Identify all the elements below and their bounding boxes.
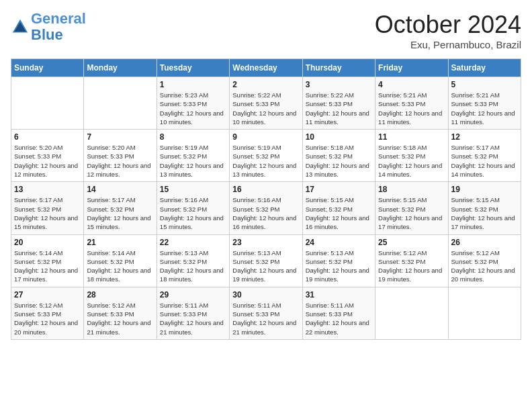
day-info: Sunrise: 5:15 AMSunset: 5:32 PMDaylight:… <box>451 195 518 231</box>
day-cell <box>448 287 521 339</box>
day-number: 31 <box>306 290 372 300</box>
day-info: Sunrise: 5:15 AMSunset: 5:32 PMDaylight:… <box>378 195 445 231</box>
day-info: Sunrise: 5:13 AMSunset: 5:32 PMDaylight:… <box>232 248 299 284</box>
week-row-3: 13Sunrise: 5:17 AMSunset: 5:32 PMDayligh… <box>11 182 521 234</box>
day-info: Sunrise: 5:19 AMSunset: 5:32 PMDaylight:… <box>160 143 226 179</box>
day-cell: 20Sunrise: 5:14 AMSunset: 5:32 PMDayligh… <box>11 234 84 287</box>
day-number: 23 <box>232 238 299 247</box>
day-info: Sunrise: 5:13 AMSunset: 5:32 PMDaylight:… <box>306 248 372 284</box>
day-info: Sunrise: 5:16 AMSunset: 5:32 PMDaylight:… <box>160 195 226 231</box>
day-cell: 19Sunrise: 5:15 AMSunset: 5:32 PMDayligh… <box>448 182 521 234</box>
day-number: 20 <box>14 238 81 247</box>
week-row-2: 6Sunrise: 5:20 AMSunset: 5:33 PMDaylight… <box>11 130 521 182</box>
day-info: Sunrise: 5:17 AMSunset: 5:32 PMDaylight:… <box>87 195 153 231</box>
day-number: 17 <box>306 185 372 194</box>
day-info: Sunrise: 5:17 AMSunset: 5:32 PMDaylight:… <box>451 143 518 179</box>
day-cell: 6Sunrise: 5:20 AMSunset: 5:33 PMDaylight… <box>11 130 84 182</box>
day-info: Sunrise: 5:12 AMSunset: 5:32 PMDaylight:… <box>378 248 445 284</box>
header-row: SundayMondayTuesdayWednesdayThursdayFrid… <box>11 59 521 77</box>
day-info: Sunrise: 5:11 AMSunset: 5:33 PMDaylight:… <box>160 301 226 336</box>
day-number: 5 <box>451 80 518 89</box>
day-cell: 30Sunrise: 5:11 AMSunset: 5:33 PMDayligh… <box>230 287 302 339</box>
day-cell: 14Sunrise: 5:17 AMSunset: 5:32 PMDayligh… <box>84 182 157 234</box>
day-cell: 3Sunrise: 5:22 AMSunset: 5:33 PMDaylight… <box>302 77 375 130</box>
day-number: 8 <box>160 132 226 142</box>
day-cell: 2Sunrise: 5:22 AMSunset: 5:33 PMDaylight… <box>230 77 302 130</box>
day-info: Sunrise: 5:14 AMSunset: 5:32 PMDaylight:… <box>14 248 81 284</box>
day-cell: 15Sunrise: 5:16 AMSunset: 5:32 PMDayligh… <box>157 182 229 234</box>
day-info: Sunrise: 5:18 AMSunset: 5:32 PMDaylight:… <box>378 143 445 179</box>
day-info: Sunrise: 5:14 AMSunset: 5:32 PMDaylight:… <box>87 248 153 284</box>
day-cell: 8Sunrise: 5:19 AMSunset: 5:32 PMDaylight… <box>157 130 229 182</box>
week-row-5: 27Sunrise: 5:12 AMSunset: 5:33 PMDayligh… <box>11 287 521 339</box>
day-number: 12 <box>451 132 518 142</box>
day-info: Sunrise: 5:13 AMSunset: 5:32 PMDaylight:… <box>160 248 226 284</box>
day-cell: 13Sunrise: 5:17 AMSunset: 5:32 PMDayligh… <box>11 182 84 234</box>
day-number: 4 <box>378 80 445 89</box>
day-info: Sunrise: 5:11 AMSunset: 5:33 PMDaylight:… <box>232 301 299 336</box>
location: Exu, Pernambuco, Brazil <box>375 39 521 50</box>
day-info: Sunrise: 5:17 AMSunset: 5:32 PMDaylight:… <box>14 195 81 231</box>
day-number: 30 <box>232 290 299 300</box>
day-cell: 11Sunrise: 5:18 AMSunset: 5:32 PMDayligh… <box>375 130 448 182</box>
day-cell: 22Sunrise: 5:13 AMSunset: 5:32 PMDayligh… <box>157 234 229 287</box>
day-info: Sunrise: 5:20 AMSunset: 5:33 PMDaylight:… <box>14 143 81 179</box>
day-header-wednesday: Wednesday <box>230 59 302 77</box>
day-info: Sunrise: 5:19 AMSunset: 5:32 PMDaylight:… <box>232 143 299 179</box>
day-info: Sunrise: 5:22 AMSunset: 5:33 PMDaylight:… <box>306 91 372 126</box>
day-info: Sunrise: 5:12 AMSunset: 5:33 PMDaylight:… <box>14 301 81 336</box>
day-info: Sunrise: 5:20 AMSunset: 5:33 PMDaylight:… <box>87 143 153 179</box>
day-header-friday: Friday <box>375 59 448 77</box>
day-number: 11 <box>378 132 445 142</box>
day-cell: 7Sunrise: 5:20 AMSunset: 5:33 PMDaylight… <box>84 130 157 182</box>
day-number: 29 <box>160 290 226 300</box>
day-cell: 28Sunrise: 5:12 AMSunset: 5:33 PMDayligh… <box>84 287 157 339</box>
title-block: October 2024 Exu, Pernambuco, Brazil <box>375 11 521 50</box>
day-header-tuesday: Tuesday <box>157 59 229 77</box>
day-header-monday: Monday <box>84 59 157 77</box>
day-cell: 9Sunrise: 5:19 AMSunset: 5:32 PMDaylight… <box>230 130 302 182</box>
day-cell: 27Sunrise: 5:12 AMSunset: 5:33 PMDayligh… <box>11 287 84 339</box>
day-cell: 31Sunrise: 5:11 AMSunset: 5:33 PMDayligh… <box>302 287 375 339</box>
logo-text: General Blue <box>31 11 86 43</box>
month-title: October 2024 <box>375 11 521 39</box>
day-number: 3 <box>306 80 372 89</box>
day-info: Sunrise: 5:21 AMSunset: 5:33 PMDaylight:… <box>378 91 445 126</box>
day-number: 26 <box>451 238 518 247</box>
day-number: 9 <box>232 132 299 142</box>
day-cell: 26Sunrise: 5:12 AMSunset: 5:32 PMDayligh… <box>448 234 521 287</box>
day-cell: 18Sunrise: 5:15 AMSunset: 5:32 PMDayligh… <box>375 182 448 234</box>
day-header-sunday: Sunday <box>11 59 84 77</box>
day-number: 28 <box>87 290 153 300</box>
day-cell <box>84 77 157 130</box>
day-cell: 29Sunrise: 5:11 AMSunset: 5:33 PMDayligh… <box>157 287 229 339</box>
calendar-table: SundayMondayTuesdayWednesdayThursdayFrid… <box>11 58 521 340</box>
day-number: 7 <box>87 132 153 142</box>
day-header-saturday: Saturday <box>448 59 521 77</box>
day-number: 22 <box>160 238 226 247</box>
day-number: 2 <box>232 80 299 89</box>
day-cell: 5Sunrise: 5:21 AMSunset: 5:33 PMDaylight… <box>448 77 521 130</box>
day-number: 21 <box>87 238 153 247</box>
day-number: 25 <box>378 238 445 247</box>
day-number: 18 <box>378 185 445 194</box>
day-cell: 4Sunrise: 5:21 AMSunset: 5:33 PMDaylight… <box>375 77 448 130</box>
day-number: 10 <box>306 132 372 142</box>
day-number: 1 <box>160 80 226 89</box>
day-info: Sunrise: 5:23 AMSunset: 5:33 PMDaylight:… <box>160 91 226 126</box>
day-cell: 16Sunrise: 5:16 AMSunset: 5:32 PMDayligh… <box>230 182 302 234</box>
day-cell <box>11 77 84 130</box>
day-number: 24 <box>306 238 372 247</box>
day-header-thursday: Thursday <box>302 59 375 77</box>
day-number: 14 <box>87 185 153 194</box>
day-cell: 21Sunrise: 5:14 AMSunset: 5:32 PMDayligh… <box>84 234 157 287</box>
day-cell: 17Sunrise: 5:15 AMSunset: 5:32 PMDayligh… <box>302 182 375 234</box>
day-number: 19 <box>451 185 518 194</box>
day-info: Sunrise: 5:12 AMSunset: 5:33 PMDaylight:… <box>87 301 153 336</box>
day-cell: 25Sunrise: 5:12 AMSunset: 5:32 PMDayligh… <box>375 234 448 287</box>
week-row-1: 1Sunrise: 5:23 AMSunset: 5:33 PMDaylight… <box>11 77 521 130</box>
day-info: Sunrise: 5:12 AMSunset: 5:32 PMDaylight:… <box>451 248 518 284</box>
day-number: 27 <box>14 290 81 300</box>
week-row-4: 20Sunrise: 5:14 AMSunset: 5:32 PMDayligh… <box>11 234 521 287</box>
day-info: Sunrise: 5:22 AMSunset: 5:33 PMDaylight:… <box>232 91 299 126</box>
